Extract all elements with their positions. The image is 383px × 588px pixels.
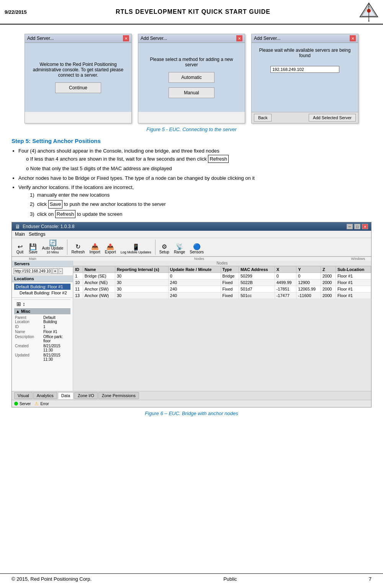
dialog-1-titlebar: Add Server... ✕ bbox=[25, 34, 131, 43]
table-row[interactable]: 10Anchor (NE)30240Fixed5022B4499.9912900… bbox=[74, 279, 371, 286]
tab-data[interactable]: Data bbox=[58, 392, 74, 399]
dialog-2-manual-button[interactable]: Manual bbox=[169, 87, 214, 98]
log-mobile-label: Log Mobile Updates bbox=[121, 250, 151, 254]
col-mac: MAC Address bbox=[239, 266, 275, 273]
description-label: Description bbox=[15, 335, 42, 343]
range-label: Range bbox=[174, 250, 185, 254]
console-sidebar: Servers + - Locations Default Building: … bbox=[12, 261, 73, 391]
error-status-label: Error bbox=[40, 402, 49, 406]
auto-update-label: Auto Update bbox=[42, 246, 64, 250]
locations-section-label: Locations bbox=[12, 276, 73, 282]
sub-bullet-2-text: Note that only the last 5 digits of the … bbox=[30, 166, 172, 171]
inactivity-value: 10 Minu bbox=[47, 250, 59, 254]
table-row[interactable]: 1Bridge (SE)300Bridge50299002000Floor #1 bbox=[74, 273, 371, 279]
dialog-1-close-button[interactable]: ✕ bbox=[123, 35, 129, 41]
col-name: Name bbox=[83, 266, 115, 273]
server-add-button[interactable]: + bbox=[52, 268, 58, 274]
console-statusbar: Server ⚠ Error bbox=[12, 400, 371, 407]
sub-bullet-1: If less than 4 anchors are shown in the … bbox=[26, 155, 372, 163]
sub-bullet-1-text: If less than 4 anchors are shown in the … bbox=[30, 156, 229, 162]
prop-id: ID 1 bbox=[14, 324, 70, 329]
dialog-2-title: Add Server... bbox=[141, 36, 167, 41]
dialog-1-content: Welcome to the Red Point Positioning adm… bbox=[25, 43, 131, 112]
dialog-2-close-button[interactable]: ✕ bbox=[236, 35, 242, 41]
log-mobile-button[interactable]: 📱 Log Mobile Updates bbox=[119, 243, 153, 255]
grid-icon: ⊞ bbox=[16, 301, 21, 307]
num-item-3: 3) click on Refresh to update the screen bbox=[30, 210, 372, 218]
page-header: 9/22/2015 RTLS DEVELOPMENT KIT QUICK STA… bbox=[0, 0, 383, 25]
server-url-input[interactable] bbox=[13, 268, 52, 274]
col-rate: Update Rate / Minute bbox=[168, 266, 221, 273]
tab-zone-i/o[interactable]: Zone I/O bbox=[74, 392, 98, 399]
range-button[interactable]: 📡 Range bbox=[172, 243, 187, 255]
dialog-2-body-text: Please select a method for adding a new … bbox=[144, 57, 239, 67]
minimize-button[interactable]: ─ bbox=[347, 224, 353, 229]
bullet-2: Anchor nodes have to be Bridge or Fixed … bbox=[18, 174, 372, 182]
svg-point-4 bbox=[368, 21, 370, 21]
numbered-list: 1) manually enter the new locations 2) c… bbox=[30, 191, 372, 218]
error-status: ⚠ Error bbox=[34, 401, 49, 406]
dialog-3-body-text: Please wait while available servers are … bbox=[257, 48, 353, 58]
maximize-button[interactable]: □ bbox=[354, 224, 360, 229]
quit-label: Quit bbox=[16, 250, 23, 254]
name-prop-label: Name bbox=[15, 330, 42, 334]
tab-zone-permissions[interactable]: Zone Permissions bbox=[98, 392, 139, 399]
id-prop-label: ID bbox=[15, 325, 42, 329]
menu-main[interactable]: Main bbox=[15, 232, 25, 237]
dialog-3-add-button[interactable]: Add Selected Server bbox=[309, 114, 356, 122]
step-5-heading: Step 5: Setting Anchor Positions bbox=[11, 138, 372, 144]
auto-update-icon: 🔄 bbox=[49, 240, 57, 246]
menu-settings[interactable]: Settings bbox=[29, 232, 45, 237]
dialog-3-close-button[interactable]: ✕ bbox=[350, 35, 356, 41]
copyright-text: © 2015, Red Point Positioning Corp. bbox=[11, 576, 92, 582]
table-row[interactable]: 13Anchor (NW)30240Fixed501cc-17477-11600… bbox=[74, 292, 371, 299]
tree-item-floor1[interactable]: Default Building: Floor #1 bbox=[14, 284, 70, 290]
import-button[interactable]: 📥 Import bbox=[88, 243, 101, 255]
parent-location-value: Default Building bbox=[43, 315, 70, 324]
ribbon-windows: Windows bbox=[347, 257, 370, 261]
bullet-1-text: Four (4) anchors should appear in the Co… bbox=[18, 148, 219, 154]
range-icon: 📡 bbox=[176, 244, 183, 250]
dialog-3-back-button[interactable]: Back bbox=[254, 114, 272, 122]
export-button[interactable]: 📤 Export bbox=[103, 243, 118, 255]
page-footer: © 2015, Red Point Positioning Corp. Publ… bbox=[0, 573, 383, 584]
setup-icon: ⚙ bbox=[162, 244, 167, 250]
logo-icon bbox=[359, 2, 378, 21]
sensors-button[interactable]: 🔵 Sensors bbox=[188, 243, 205, 255]
num-item-1: 1) manually enter the new locations bbox=[30, 191, 372, 199]
col-z: Z bbox=[321, 266, 336, 273]
log-mobile-icon: 📱 bbox=[132, 244, 140, 250]
sensors-icon: 🔵 bbox=[193, 244, 201, 250]
table-row[interactable]: 11Anchor (SW)30240Fixed501d7-1785112065.… bbox=[74, 286, 371, 292]
tab-visual[interactable]: Visual bbox=[14, 392, 33, 399]
export-icon: 📤 bbox=[106, 244, 114, 250]
setup-button[interactable]: ⚙ Setup bbox=[158, 243, 171, 255]
updated-value: 8/21/2015 11:30 bbox=[43, 353, 70, 361]
console-titlebar: 🖥 Enduser Console: 1.0.3.8 ─ □ ✕ bbox=[12, 222, 371, 231]
dialog-2-automatic-button[interactable]: Automatic bbox=[169, 72, 214, 83]
page-title: RTLS DEVELOPMENT KIT QUICK START GUIDE bbox=[116, 8, 270, 15]
auto-update-button[interactable]: 🔄 Auto Update 10 Minu bbox=[41, 239, 65, 255]
ip-address-input[interactable] bbox=[270, 66, 339, 73]
console-menubar: Main Settings bbox=[12, 231, 371, 238]
dialog-1: Add Server... ✕ Welcome to the Red Point… bbox=[25, 34, 132, 123]
classification-text: Public bbox=[223, 576, 237, 582]
figure-6-caption: Figure 6 – EUC. Bridge with anchor nodes bbox=[11, 411, 372, 416]
console-screenshot: 🖥 Enduser Console: 1.0.3.8 ─ □ ✕ Main Se… bbox=[11, 222, 372, 407]
dialog-1-continue-button[interactable]: Continue bbox=[55, 82, 101, 93]
dialog-2-content: Please select a method for adding a new … bbox=[138, 43, 245, 112]
quit-button[interactable]: ↩ Quit bbox=[14, 243, 26, 255]
refresh2-inline-box: Refresh bbox=[55, 210, 76, 218]
tree-item-floor2[interactable]: Default Building: Floor #2 bbox=[14, 290, 70, 296]
server-status: Server bbox=[14, 402, 31, 406]
save-label: Save bbox=[29, 250, 38, 254]
col-x: X bbox=[275, 266, 296, 273]
separator-1 bbox=[67, 240, 67, 255]
close-button[interactable]: ✕ bbox=[362, 224, 368, 229]
refresh-inline-box: Refresh bbox=[208, 155, 229, 163]
server-remove-button[interactable]: - bbox=[59, 268, 63, 274]
tab-analytics[interactable]: Analytics bbox=[33, 392, 57, 399]
dialog-3: Add Server... ✕ Please wait while availa… bbox=[251, 34, 358, 123]
save-button[interactable]: 💾 Save bbox=[27, 243, 39, 255]
refresh-button[interactable]: ↻ Refresh bbox=[70, 243, 86, 255]
